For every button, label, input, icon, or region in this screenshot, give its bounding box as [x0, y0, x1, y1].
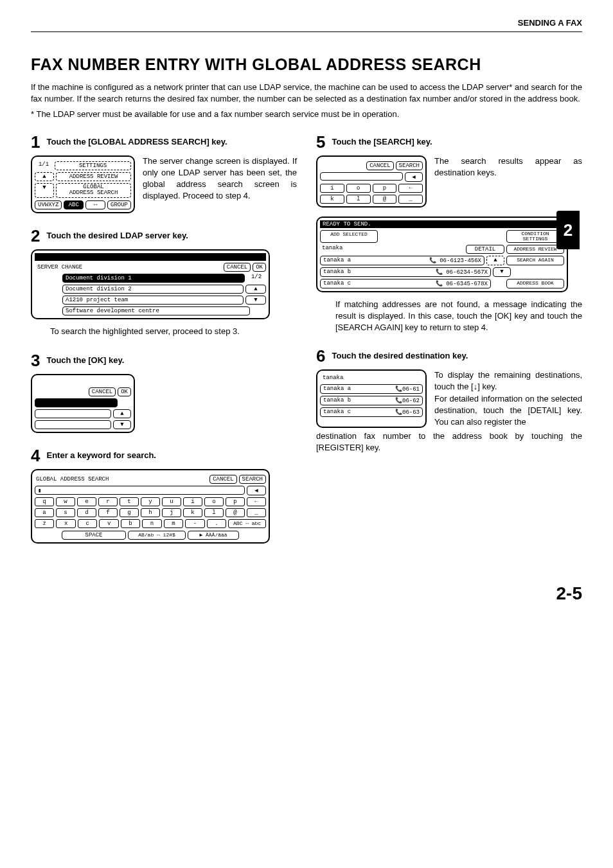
key-r[interactable]: r	[98, 497, 118, 506]
detail-button[interactable]: DETAIL	[466, 245, 504, 254]
scroll-up-icon[interactable]: ▲	[113, 409, 131, 418]
step-3: 3 Touch the [OK] key. CANCEL OK ▲ ▼	[31, 352, 297, 433]
tab-group[interactable]: GROUP	[107, 200, 131, 209]
key-at[interactable]: @	[226, 508, 245, 517]
key-backspace[interactable]: ←	[398, 184, 423, 193]
condition-settings-button[interactable]: CONDITION SETTINGS	[506, 230, 564, 243]
scroll-down-icon[interactable]: ▼	[493, 267, 511, 277]
result-row[interactable]: tanaka c📞 06-6345-678X	[320, 279, 491, 288]
result-row[interactable]: tanaka c📞06-63	[320, 407, 423, 417]
key-b[interactable]: b	[121, 519, 140, 528]
key-period[interactable]: .	[207, 519, 226, 528]
step-description: To display the remaining destinations, t…	[434, 369, 582, 428]
result-row[interactable]: tanaka a📞 06-6123-456X	[320, 256, 484, 265]
key-j[interactable]: j	[162, 508, 181, 517]
scroll-down-icon[interactable]: ▼	[35, 183, 54, 199]
key-t[interactable]: t	[120, 497, 139, 506]
key-u[interactable]: u	[162, 497, 181, 506]
key-f[interactable]: f	[98, 508, 118, 517]
server-row[interactable]	[35, 409, 111, 418]
key-i[interactable]: i	[320, 184, 344, 193]
screen-label: SERVER CHANGE	[35, 264, 222, 270]
scroll-up-icon[interactable]: ▲	[486, 256, 504, 265]
result-row[interactable]: tanaka b📞06-62	[320, 396, 423, 405]
server-row[interactable]	[35, 420, 111, 429]
search-input[interactable]	[320, 172, 403, 181]
server-row[interactable]: Software development centre	[62, 306, 250, 315]
tab-switch-icon[interactable]: ↔	[85, 200, 105, 209]
key-z[interactable]: z	[35, 519, 54, 528]
key-v[interactable]: v	[99, 519, 118, 528]
key-m[interactable]: m	[164, 519, 183, 528]
search-input[interactable]: ▮	[35, 486, 245, 495]
step-title: Enter a keyword for search.	[46, 447, 156, 461]
key-k[interactable]: k	[320, 195, 344, 204]
key-o[interactable]: o	[346, 184, 371, 193]
key-c[interactable]: c	[78, 519, 97, 528]
key-l[interactable]: l	[346, 195, 371, 204]
search-button[interactable]: SEARCH	[239, 475, 266, 484]
key-underscore[interactable]: _	[398, 195, 423, 204]
ok-button[interactable]: OK	[118, 387, 131, 396]
cancel-button[interactable]: CANCEL	[224, 263, 251, 272]
page-header: SENDING A FAX	[31, 18, 582, 28]
key-d[interactable]: d	[77, 508, 96, 517]
server-row[interactable]: A1210 project team	[62, 296, 244, 305]
key-w[interactable]: w	[56, 497, 75, 506]
address-review-button[interactable]: ADDRESS REVIEW	[506, 245, 564, 254]
key-dash[interactable]: -	[185, 519, 204, 528]
lcd-panel-server-change: SERVER CHANGE CANCEL OK Document divisio…	[31, 249, 270, 319]
key-at[interactable]: @	[373, 195, 397, 204]
page-number: 2-5	[31, 583, 582, 604]
screen-label: GLOBAL ADDRESS SEARCH	[35, 476, 208, 483]
key-a[interactable]: a	[35, 508, 54, 517]
settings-button[interactable]: SETTINGS	[55, 161, 131, 170]
tab-abc[interactable]: ABC	[64, 200, 84, 209]
search-button[interactable]: SEARCH	[396, 161, 423, 170]
search-again-button[interactable]: SEARCH AGAIN	[506, 256, 564, 265]
step-1: 1 Touch the [GLOBAL ADDRESS SEARCH] key.…	[31, 134, 297, 214]
key-o[interactable]: o	[204, 497, 224, 506]
step-number: 4	[31, 447, 40, 464]
step-title: Touch the [SEARCH] key.	[332, 134, 432, 148]
result-row[interactable]: tanaka a📞06-61	[320, 384, 423, 394]
key-i[interactable]: i	[183, 497, 202, 506]
key-backspace[interactable]: ←	[247, 497, 266, 506]
cancel-button[interactable]: CANCEL	[89, 387, 116, 396]
key-l[interactable]: l	[204, 508, 224, 517]
scroll-down-icon[interactable]: ▼	[113, 420, 131, 429]
key-p[interactable]: p	[373, 184, 397, 193]
key-mode-accents[interactable]: ▶ ÃÄÂ/ãäâ	[188, 531, 239, 540]
scroll-up-icon[interactable]: ▲	[35, 172, 54, 181]
key-y[interactable]: y	[141, 497, 160, 506]
global-address-search-button[interactable]: GLOBAL ADDRESS SEARCH	[56, 183, 131, 199]
key-s[interactable]: s	[56, 508, 75, 517]
key-x[interactable]: x	[56, 519, 75, 528]
key-case-toggle[interactable]: ABC ↔ abc	[228, 519, 266, 528]
add-selected-button[interactable]: ADD SELECTED	[320, 230, 378, 243]
server-row[interactable]: Document division 2	[62, 285, 244, 294]
ok-button[interactable]: OK	[253, 263, 266, 272]
key-space[interactable]: SPACE	[62, 531, 126, 540]
key-mode-alpha-num[interactable]: AB/ab ↔ 12#$	[128, 531, 186, 540]
cancel-button[interactable]: CANCEL	[209, 475, 236, 484]
key-h[interactable]: h	[141, 508, 160, 517]
address-review-button[interactable]: ADDRESS REVIEW	[56, 172, 131, 181]
key-n[interactable]: n	[142, 519, 161, 528]
server-row[interactable]: Document division 1	[62, 274, 245, 283]
backspace-icon[interactable]: ◀	[405, 172, 423, 182]
cancel-button[interactable]: CANCEL	[366, 161, 393, 170]
key-underscore[interactable]: _	[247, 508, 266, 517]
result-row[interactable]: tanaka b📞 06-6234-567X	[320, 267, 491, 277]
address-book-button[interactable]: ADDRESS BOOK	[506, 279, 564, 288]
scroll-up-icon[interactable]: ▲	[245, 285, 266, 294]
server-row-selected[interactable]	[35, 398, 118, 407]
key-p[interactable]: p	[226, 497, 245, 506]
key-g[interactable]: g	[120, 508, 139, 517]
scroll-down-icon[interactable]: ▼	[245, 296, 266, 305]
key-k[interactable]: k	[183, 508, 202, 517]
key-q[interactable]: q	[35, 497, 54, 506]
backspace-icon[interactable]: ◀	[247, 486, 266, 495]
key-e[interactable]: e	[77, 497, 96, 506]
tab-uvwxyz[interactable]: UVWXYZ	[35, 200, 62, 209]
